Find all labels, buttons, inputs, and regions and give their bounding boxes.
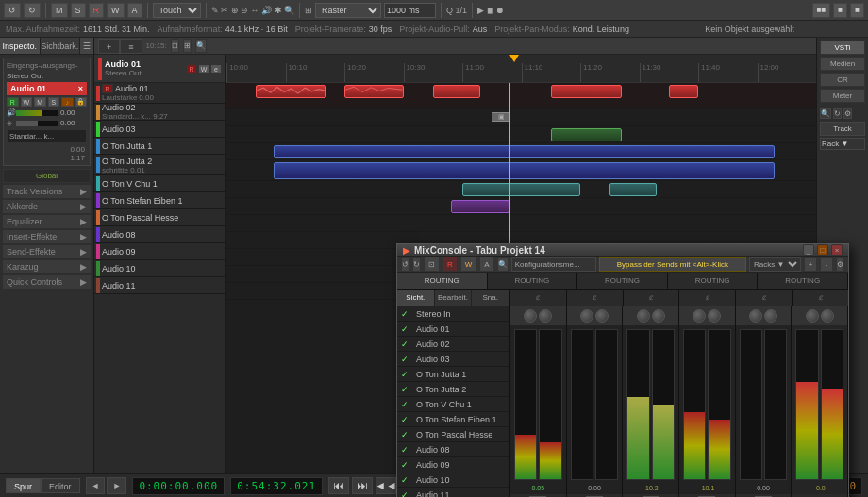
mc-knob-3[interactable] [580, 309, 593, 323]
clip[interactable] [551, 128, 622, 141]
quick-controls-header[interactable]: Quick Controls ▶ [3, 275, 91, 289]
mc-knob-12[interactable] [821, 309, 834, 323]
mc-knob-9[interactable] [749, 309, 762, 323]
mc-knob-10[interactable] [764, 309, 777, 323]
rp-refresh-btn[interactable]: ↻ [833, 108, 842, 119]
mc-col-add-btn[interactable]: + [804, 257, 817, 272]
mc-dl-item[interactable]: O Ton Pascal Hesse [397, 427, 509, 442]
track-row[interactable]: O Ton Jutta 2 schrittte 0.01 [94, 155, 225, 175]
read-btn[interactable]: R [7, 97, 19, 107]
inserts-header[interactable]: Insert-Effekte ▶ [3, 230, 91, 243]
mc-dl-item[interactable]: Audio 11 [397, 488, 509, 497]
clip[interactable] [451, 200, 510, 213]
akkorde-header[interactable]: Akkorde ▶ [3, 200, 91, 213]
mc-close-btn[interactable]: × [831, 244, 843, 256]
toggle-btn2[interactable]: ■ [833, 3, 847, 18]
mc-dl-item[interactable]: O Ton Jutta 2 [397, 382, 509, 397]
toggle-btn3[interactable]: ■ [850, 3, 864, 18]
nav-right-btn[interactable]: ► [107, 477, 126, 494]
rack-dropdown[interactable]: Rack ▼ [820, 138, 865, 150]
mode-a-button[interactable]: A [127, 3, 142, 18]
clip[interactable] [274, 162, 775, 179]
clip[interactable] [669, 85, 698, 98]
volume-bar[interactable] [16, 110, 58, 116]
mc-sna-tab[interactable]: Sna. [472, 290, 509, 306]
track-versions-header[interactable]: Track Versions ▶ [3, 185, 91, 198]
mc-dl-item[interactable]: Audio 01 [397, 322, 509, 337]
mode-m-button[interactable]: M [51, 3, 68, 18]
snap-btn[interactable]: ⊞ [183, 39, 192, 53]
track-row[interactable]: Audio 02 Standard... k... 9.27 [94, 104, 225, 121]
mc-rt-3[interactable]: ROUTING [577, 273, 668, 289]
karazug-header[interactable]: Karazug ▶ [3, 260, 91, 273]
solo-btn[interactable]: S [48, 97, 60, 107]
mc-undo-btn[interactable]: ↺ [401, 257, 409, 272]
rp-gear-btn[interactable]: ⚙ [843, 108, 852, 119]
clip[interactable] [609, 183, 657, 196]
raster-dropdown[interactable]: Raster [315, 3, 381, 18]
master-e-btn[interactable]: e [210, 64, 222, 74]
mc-col-remove-btn[interactable]: - [820, 257, 833, 272]
track-row[interactable]: O Ton Jutta 1 [94, 138, 225, 155]
inspector-menu-btn[interactable]: ☰ [80, 38, 93, 54]
redo-button[interactable]: ↻ [24, 3, 41, 18]
spur-tab[interactable]: Spur [6, 478, 41, 493]
mc-rt-4[interactable]: ROUTING [668, 273, 759, 289]
clip[interactable] [551, 85, 622, 98]
loop-btn[interactable]: ⊡ [171, 39, 179, 53]
mc-minimize-btn[interactable]: _ [803, 244, 814, 256]
track-row[interactable]: R Audio 01 Lautstärke 0.00 [94, 83, 225, 104]
clip[interactable] [256, 85, 326, 98]
track-row[interactable]: O Ton V Chu 1 [94, 175, 225, 192]
master-r-btn[interactable]: R [186, 64, 197, 74]
mc-dl-item[interactable]: O Ton Stefan Eiben 1 [397, 412, 509, 427]
mc-r-btn[interactable]: R [442, 257, 458, 272]
write-btn[interactable]: W [21, 97, 33, 107]
mc-a-btn[interactable]: A [479, 257, 493, 272]
rewind-btn[interactable]: ◄◄ [376, 477, 396, 494]
track-btn[interactable]: Track [820, 122, 865, 136]
track-close-icon[interactable]: × [78, 84, 83, 93]
cr-tab[interactable]: CR [820, 73, 865, 87]
mc-knob-6[interactable] [652, 309, 665, 323]
track-type-btn[interactable]: ≡ [120, 39, 142, 54]
mc-rt-5[interactable]: ROUTING [758, 273, 848, 289]
mc-bearbeit-tab[interactable]: Bearbeit. [435, 290, 473, 306]
mc-dl-item[interactable]: Audio 08 [397, 442, 509, 457]
mc-knob-4[interactable] [595, 309, 609, 323]
mc-dl-item[interactable]: O Ton V Chu 1 [397, 397, 509, 412]
toggle-btn1[interactable]: ■■ [812, 3, 831, 18]
rp-search-btn[interactable]: 🔍 [820, 108, 831, 119]
track-row[interactable]: O Ton Pascal Hesse [94, 209, 225, 226]
monitor-btn[interactable]: ♪ [61, 97, 74, 107]
track-row[interactable]: Audio 08 [94, 226, 225, 243]
mc-knob-8[interactable] [708, 309, 721, 323]
mc-search-btn[interactable]: 🔍 [497, 257, 509, 272]
track-row[interactable]: Audio 03 [94, 121, 225, 138]
nav-left-btn[interactable]: ◄ [86, 477, 106, 494]
clip[interactable] [462, 183, 580, 196]
tab-inspect[interactable]: Inspecto. [0, 38, 41, 54]
zoom-btn[interactable]: 🔍 [195, 39, 207, 53]
mc-knob-11[interactable] [806, 309, 819, 323]
small-clip[interactable]: ▣ [492, 112, 510, 122]
mute-btn[interactable]: M [34, 97, 46, 107]
clip[interactable] [433, 85, 480, 98]
clip[interactable] [274, 145, 775, 158]
track-row[interactable]: O Ton Stefan Eiben 1 [94, 192, 225, 209]
mc-racks-dropdown[interactable]: Racks ▼ [749, 257, 801, 272]
sends-header[interactable]: Send-Effekte ▶ [3, 245, 91, 258]
mc-knob-5[interactable] [637, 309, 650, 323]
lock-btn[interactable]: 🔒 [75, 97, 88, 107]
track-row[interactable]: Audio 09 [94, 243, 225, 260]
undo-button[interactable]: ↺ [4, 3, 21, 18]
mc-knob-7[interactable] [693, 309, 706, 323]
mc-dl-item[interactable]: O Ton Jutta 1 [397, 367, 509, 382]
mc-maximize-btn[interactable]: □ [817, 244, 828, 256]
mc-rt-2[interactable]: ROUTING [488, 273, 578, 289]
mc-rt-1[interactable]: ROUTING [397, 273, 488, 289]
track-row[interactable]: Audio 11 [94, 277, 225, 294]
mc-w-btn[interactable]: W [460, 257, 477, 272]
clip[interactable] [344, 85, 404, 98]
editor-tab[interactable]: Editor [41, 478, 80, 493]
